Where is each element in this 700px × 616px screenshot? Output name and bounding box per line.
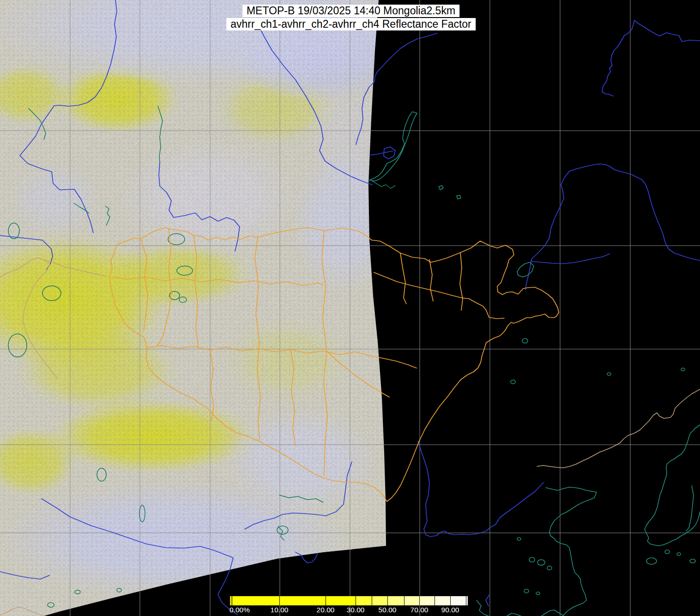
border-layer-orange-path xyxy=(147,345,416,368)
coastline-layer-blob xyxy=(536,592,540,595)
rivers-layer-path xyxy=(486,595,489,606)
colorbar-segment xyxy=(435,596,450,605)
border-layer-tan-path xyxy=(12,607,44,616)
coastline-layer-blob xyxy=(537,560,545,565)
coastline-layer-path xyxy=(439,186,443,190)
colorbar-segment xyxy=(404,596,419,605)
border-layer-orange-path xyxy=(469,299,504,319)
teal-rivers-layer-path xyxy=(372,181,395,188)
border-layer-tan-path xyxy=(0,610,12,615)
coastline-layer-blob xyxy=(517,537,521,540)
border-layer-tan-path xyxy=(23,260,57,379)
rivers-layer-path xyxy=(525,171,569,290)
border-layer-orange-path xyxy=(322,230,327,476)
colorbar-label: 30.00 xyxy=(347,606,365,614)
border-layer-orange-path xyxy=(210,350,214,420)
rivers-layer-path xyxy=(602,20,700,96)
border-layer-orange-path xyxy=(429,260,433,301)
title-line-1: METOP-B 19/03/2025 14:40 Mongolia2.5km xyxy=(242,5,459,17)
teal-rivers-layer-path xyxy=(74,203,89,213)
coastline-layer-blob xyxy=(547,566,552,570)
coastline-layer-blob xyxy=(665,550,670,554)
teal-rivers-layer-blob xyxy=(139,505,145,522)
map-vector-overlay xyxy=(0,0,700,616)
rivers-layer-path xyxy=(0,572,49,579)
coastline-layer-path xyxy=(369,112,417,181)
teal-rivers-layer-path xyxy=(279,495,323,502)
border-layer-orange-path xyxy=(400,253,406,304)
border-layer-tan-path xyxy=(537,389,700,468)
coastline-layer-path xyxy=(457,195,461,199)
coastline-layer-blob xyxy=(677,553,681,556)
rivers-layer-path xyxy=(569,164,700,260)
teal-rivers-layer-blob xyxy=(117,588,121,592)
rivers-layer-path xyxy=(258,24,372,185)
teal-rivers-layer-blob xyxy=(42,286,61,301)
colorbar-label: 70.00 xyxy=(410,606,428,614)
colorbar-label: 10.00 xyxy=(271,606,289,614)
teal-rivers-layer-blob xyxy=(8,223,19,239)
colorbar-label: 20.00 xyxy=(317,606,335,614)
rivers-layer-path xyxy=(384,147,395,159)
teal-rivers-layer-path xyxy=(158,106,163,163)
border-layer-orange-path xyxy=(460,253,463,310)
colorbar-label: 0.00% xyxy=(229,606,250,614)
rivers-layer-path xyxy=(20,0,117,233)
border-layer-orange-path xyxy=(109,228,559,501)
colorbar-segment xyxy=(388,596,404,605)
teal-rivers-layer-blob xyxy=(8,334,27,357)
border-layer-orange xyxy=(109,228,559,501)
colorbar-segment xyxy=(230,596,232,605)
rivers-layer-path xyxy=(159,163,240,251)
border-layer-orange-path xyxy=(255,237,260,439)
teal-rivers-layer-blob xyxy=(97,468,106,481)
rivers-layer-path xyxy=(356,33,437,145)
coastline-layer-path xyxy=(686,486,694,531)
colorbar-segment xyxy=(326,596,356,605)
teal-rivers-layer-blob xyxy=(48,603,54,607)
rivers-layer-path xyxy=(369,151,393,155)
colorbar-segment xyxy=(466,596,468,605)
rivers-layer-path xyxy=(245,462,352,529)
coastline-layer-blob xyxy=(646,558,657,564)
border-layer-orange-path xyxy=(157,229,171,346)
border-layer-orange-path xyxy=(194,236,199,349)
coastline-layer-path xyxy=(542,487,597,616)
coastline-layer-blob xyxy=(690,559,695,563)
border-layer-orange-path xyxy=(141,239,148,332)
coastline-layer-blob xyxy=(681,368,685,371)
rivers-layer-path xyxy=(531,254,609,264)
coastline-layer-blob xyxy=(607,373,611,375)
rivers-layer-path xyxy=(0,236,53,270)
coastline-layer-blob xyxy=(524,589,529,593)
coastline-layer-blob xyxy=(522,338,528,343)
coastline-layer-blob xyxy=(511,380,515,384)
teal-rivers-layer-path xyxy=(105,206,110,225)
border-layer-tan-path xyxy=(0,258,106,277)
border-layer-orange-path xyxy=(291,350,296,446)
coastline-layer-path xyxy=(645,425,700,546)
border-layer-orange-path xyxy=(374,272,469,299)
coastline-layer-blob xyxy=(529,557,535,562)
coastline-layer xyxy=(369,112,700,616)
colorbar-segment xyxy=(280,596,326,605)
colorbar-segment xyxy=(372,596,387,605)
coastline-layer-path xyxy=(517,262,534,277)
teal-rivers-layer-blob xyxy=(177,266,193,275)
map-title: METOP-B 19/03/2025 14:40 Mongolia2.5km a… xyxy=(226,4,476,31)
graticule xyxy=(0,0,700,616)
teal-rivers-layer xyxy=(8,106,395,607)
coastline-layer-path xyxy=(507,613,521,616)
colorbar-label: 50.00 xyxy=(379,606,397,614)
title-line-2: avhrr_ch1-avhrr_ch2-avhrr_ch4 Reflectanc… xyxy=(226,18,476,30)
teal-rivers-layer-blob xyxy=(75,590,80,594)
rivers-layer-path xyxy=(296,552,318,563)
colorbar-label: 90.00 xyxy=(441,606,459,614)
colorbar-track xyxy=(229,596,468,605)
colorbar-segment xyxy=(420,596,434,605)
teal-rivers-layer-path xyxy=(29,109,46,139)
colorbar-segment xyxy=(232,596,279,605)
colorbar-segment xyxy=(356,596,372,605)
teal-rivers-layer-blob xyxy=(168,234,185,245)
border-layer-orange-path xyxy=(112,277,323,285)
